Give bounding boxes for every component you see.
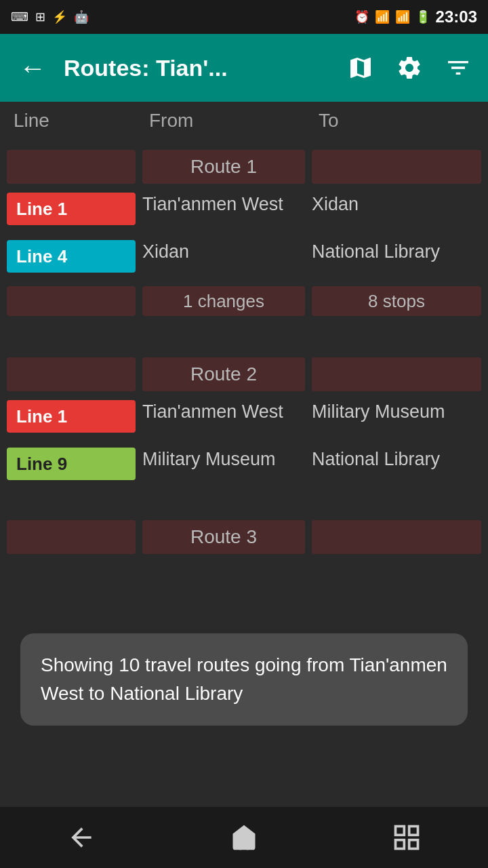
route-2-header-right [312,357,481,391]
route-1-seg1-to: Xidan [312,193,481,216]
divider-2 [0,496,488,510]
toolbar: ← Routes: Tian'... [0,34,488,102]
bottom-nav [0,807,488,868]
svg-rect-0 [396,827,405,835]
home-nav-button[interactable] [217,817,271,858]
toast-message: Showing 10 travel routes going from Tian… [20,633,468,726]
route-1-changes: 1 changes [142,286,305,316]
filter-button[interactable] [441,50,476,85]
route-1-seg1-from: Tian'anmen West [142,193,312,216]
route-1-seg2-to: National Library [312,240,481,264]
signal-2-icon: 📶 [395,9,410,24]
col-header-from: From [149,110,319,132]
route-1-header-right [312,150,481,184]
toolbar-title: Routes: Tian'... [64,55,332,81]
dev-icon-2: ⊞ [35,9,45,24]
route-2-seg2-to: National Library [312,448,481,471]
line-badge-line1-r2: Line 1 [7,400,136,433]
dev-icon-1: ⌨ [11,9,28,24]
route-block-2[interactable]: Route 2 Line 1 Tian'anmen West Military … [0,354,488,490]
route-3-header-right [312,520,481,554]
back-button[interactable]: ← [12,53,53,83]
line-badge-line4-r1: Line 4 [7,240,136,273]
line-badge-line1-r1: Line 1 [7,193,136,225]
line-badge-line9-r2: Line 9 [7,448,136,480]
settings-button[interactable] [392,50,427,85]
route-1-seg2-from: Xidan [142,240,312,264]
back-nav-button[interactable] [54,817,108,858]
route-1-header-left [7,150,136,184]
time-display: 23:03 [436,7,477,26]
svg-rect-1 [409,827,418,835]
route-1-stops: 8 stops [312,286,481,316]
column-headers: Line From To [0,102,488,140]
signal-1-icon: 📶 [375,9,390,24]
route-3-header-left [7,520,136,554]
col-header-line: Line [14,110,149,132]
svg-rect-2 [396,840,405,849]
route-block-3[interactable]: Route 3 [0,517,488,557]
col-header-to: To [319,110,474,132]
route-2-segment-1[interactable]: Line 1 Tian'anmen West Military Museum [0,395,488,442]
route-1-header-row: Route 1 [0,146,488,187]
status-bar-right-icons: ⏰ 📶 📶 🔋 23:03 [354,7,477,26]
svg-rect-3 [409,840,418,849]
route-3-header-row: Route 3 [0,517,488,557]
status-bar: ⌨ ⊞ ⚡ 🤖 ⏰ 📶 📶 🔋 23:03 [0,0,488,34]
android-icon: 🤖 [74,9,89,24]
route-1-summary-left [7,286,136,316]
battery-icon: 🔋 [415,9,430,24]
route-2-label: Route 2 [142,357,305,391]
route-2-seg2-from: Military Museum [142,448,312,471]
route-1-segment-1[interactable]: Line 1 Tian'anmen West Xidan [0,187,488,235]
map-button[interactable] [343,50,378,85]
route-3-label: Route 3 [142,520,305,554]
route-2-segment-2[interactable]: Line 9 Military Museum National Library [0,442,488,490]
route-2-header-left [7,357,136,391]
route-1-summary: 1 changes 8 stops [0,282,488,327]
route-2-seg1-from: Tian'anmen West [142,400,312,424]
route-block-1[interactable]: Route 1 Line 1 Tian'anmen West Xidan Lin… [0,146,488,327]
alarm-icon: ⏰ [354,9,369,24]
route-1-label: Route 1 [142,150,305,184]
route-2-header-row: Route 2 [0,354,488,395]
toolbar-actions [343,50,476,85]
status-bar-left-icons: ⌨ ⊞ ⚡ 🤖 [11,9,89,24]
route-2-seg1-to: Military Museum [312,400,481,424]
usb-icon: ⚡ [52,9,67,24]
routes-content: Route 1 Line 1 Tian'anmen West Xidan Lin… [0,146,488,632]
divider-1 [0,334,488,347]
recent-nav-button[interactable] [380,817,434,858]
route-1-segment-2[interactable]: Line 4 Xidan National Library [0,235,488,282]
